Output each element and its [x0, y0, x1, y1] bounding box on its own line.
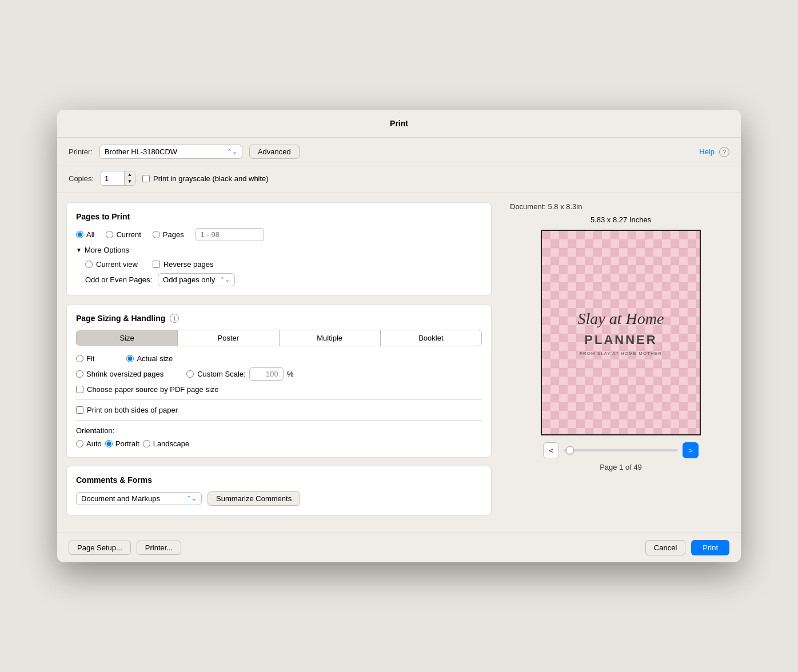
- comments-select[interactable]: Document and Markups ⌃⌄: [76, 492, 202, 505]
- help-circle-icon[interactable]: ?: [719, 147, 729, 157]
- planner-cover: Slay at Home PLANNER FROM SLAY AT HOME M…: [542, 231, 700, 434]
- shrink-radio[interactable]: [76, 370, 83, 378]
- fit-radio[interactable]: [76, 355, 83, 362]
- actual-size-radio-item[interactable]: Actual size: [126, 354, 173, 363]
- next-page-button[interactable]: >: [683, 442, 699, 458]
- copies-decrement[interactable]: ▼: [125, 178, 135, 185]
- fit-label: Fit: [86, 354, 94, 363]
- sizing-tab-row: Size Poster Multiple Booklet: [76, 330, 482, 346]
- more-options-arrow: ▼: [76, 247, 82, 253]
- copies-label: Copies:: [69, 174, 94, 183]
- print-button[interactable]: Print: [691, 540, 729, 555]
- divider2: [76, 420, 482, 421]
- landscape-radio-item[interactable]: Landscape: [143, 439, 190, 448]
- portrait-radio[interactable]: [105, 440, 113, 447]
- preview-nav-row: < >: [510, 442, 732, 458]
- prev-page-button[interactable]: <: [543, 442, 559, 458]
- odd-even-arrow: ⌃⌄: [220, 276, 230, 283]
- pages-range-input[interactable]: [195, 228, 264, 241]
- printer-select[interactable]: Brother HL-3180CDW ⌃⌄: [99, 145, 242, 159]
- more-options-content: Current view Reverse pages Odd or Even P…: [76, 260, 482, 286]
- more-options-row1: Current view Reverse pages: [85, 260, 482, 269]
- reverse-pages-label: Reverse pages: [163, 260, 213, 269]
- auto-radio-item[interactable]: Auto: [76, 439, 102, 448]
- copies-stepper: ▲ ▼: [124, 171, 135, 185]
- main-content: Pages to Print All Current Pages: [57, 193, 741, 533]
- auto-label: Auto: [86, 439, 102, 448]
- all-label: All: [86, 230, 94, 239]
- footer-left: Page Setup... Printer...: [69, 541, 181, 555]
- page-slider[interactable]: [564, 449, 678, 451]
- tab-multiple[interactable]: Multiple: [280, 330, 381, 346]
- copies-input[interactable]: [101, 173, 124, 185]
- page-setup-button[interactable]: Page Setup...: [69, 541, 131, 555]
- portrait-label: Portrait: [115, 439, 139, 448]
- portrait-radio-item[interactable]: Portrait: [105, 439, 139, 448]
- odd-even-value: Odd pages only: [163, 275, 215, 284]
- printer-select-text: Brother HL-3180CDW: [105, 147, 177, 156]
- tab-size[interactable]: Size: [77, 330, 178, 346]
- grayscale-label: Print in grayscale (black and white): [153, 174, 269, 183]
- dialog-title: Print: [57, 110, 741, 138]
- landscape-radio[interactable]: [143, 440, 150, 447]
- fit-radio-item[interactable]: Fit: [76, 354, 94, 363]
- pages-range-radio[interactable]: [153, 231, 160, 238]
- copies-increment[interactable]: ▲: [125, 171, 135, 178]
- slider-thumb: [566, 446, 574, 454]
- pages-radio-row: All Current Pages: [76, 228, 482, 241]
- actual-size-radio[interactable]: [126, 355, 134, 362]
- grayscale-checkbox[interactable]: [142, 175, 150, 182]
- pages-to-print-section: Pages to Print All Current Pages: [66, 202, 492, 296]
- both-sides-checkbox[interactable]: [76, 406, 83, 414]
- footer: Page Setup... Printer... Cancel Print: [57, 533, 741, 562]
- choose-paper-checkbox[interactable]: [76, 386, 83, 393]
- more-options-label: More Options: [85, 246, 129, 254]
- copies-row: Copies: ▲ ▼ Print in grayscale (black an…: [57, 166, 741, 193]
- copies-input-wrap: ▲ ▼: [101, 171, 135, 186]
- comments-dropdown-arrow: ⌃⌄: [186, 495, 197, 502]
- current-view-radio[interactable]: [85, 261, 93, 268]
- both-sides-label: Print on both sides of paper: [87, 406, 178, 414]
- summarize-comments-button[interactable]: Summarize Comments: [208, 491, 300, 506]
- info-icon[interactable]: i: [170, 314, 179, 323]
- choose-paper-row: Choose paper source by PDF page size: [76, 385, 482, 394]
- choose-paper-label: Choose paper source by PDF page size: [87, 385, 219, 394]
- page-sizing-title: Page Sizing & Handling: [76, 314, 165, 323]
- more-options-toggle[interactable]: ▼ More Options: [76, 246, 482, 254]
- page-indicator: Page 1 of 49: [600, 463, 642, 471]
- current-radio-item[interactable]: Current: [106, 230, 141, 239]
- cancel-button[interactable]: Cancel: [645, 540, 685, 555]
- left-panel: Pages to Print All Current Pages: [57, 193, 501, 533]
- comments-forms-title: Comments & Forms: [76, 475, 482, 485]
- advanced-button[interactable]: Advanced: [249, 145, 300, 159]
- all-radio[interactable]: [76, 231, 83, 238]
- orientation-section: Orientation: Auto Portrait Landscape: [76, 426, 482, 448]
- tab-poster[interactable]: Poster: [178, 330, 279, 346]
- comments-forms-row: Document and Markups ⌃⌄ Summarize Commen…: [76, 491, 482, 506]
- pages-radio-item[interactable]: Pages: [153, 230, 184, 239]
- tab-booklet[interactable]: Booklet: [381, 330, 481, 346]
- scale-input[interactable]: [249, 367, 284, 381]
- current-radio[interactable]: [106, 231, 113, 238]
- page-sizing-title-row: Page Sizing & Handling i: [76, 314, 482, 323]
- odd-even-select[interactable]: Odd pages only ⌃⌄: [158, 273, 235, 286]
- custom-scale-wrap: Custom Scale: %: [186, 367, 293, 381]
- fit-actual-row: Fit Actual size: [76, 354, 482, 363]
- printer-button[interactable]: Printer...: [137, 541, 181, 555]
- shrink-radio-item[interactable]: Shrink oversized pages: [76, 370, 163, 378]
- print-dialog: Print Printer: Brother HL-3180CDW ⌃⌄ Adv…: [57, 110, 741, 562]
- pages-to-print-title: Pages to Print: [76, 212, 482, 221]
- shrink-label: Shrink oversized pages: [86, 370, 163, 378]
- cover-text-block: Slay at Home PLANNER FROM SLAY AT HOME M…: [566, 298, 676, 368]
- auto-radio[interactable]: [76, 440, 83, 447]
- toolbar-row: Printer: Brother HL-3180CDW ⌃⌄ Advanced …: [57, 138, 741, 166]
- help-link[interactable]: Help: [699, 147, 715, 156]
- cover-planner-text: PLANNER: [578, 333, 664, 347]
- toolbar-right: Help ?: [699, 147, 729, 157]
- orientation-label: Orientation:: [76, 426, 114, 435]
- custom-scale-radio[interactable]: [186, 370, 194, 378]
- all-radio-item[interactable]: All: [76, 230, 94, 239]
- cover-script-title: Slay at Home: [578, 309, 664, 329]
- reverse-pages-checkbox[interactable]: [153, 261, 160, 268]
- right-panel: Document: 5.8 x 8.3in 5.83 x 8.27 Inches: [501, 193, 741, 533]
